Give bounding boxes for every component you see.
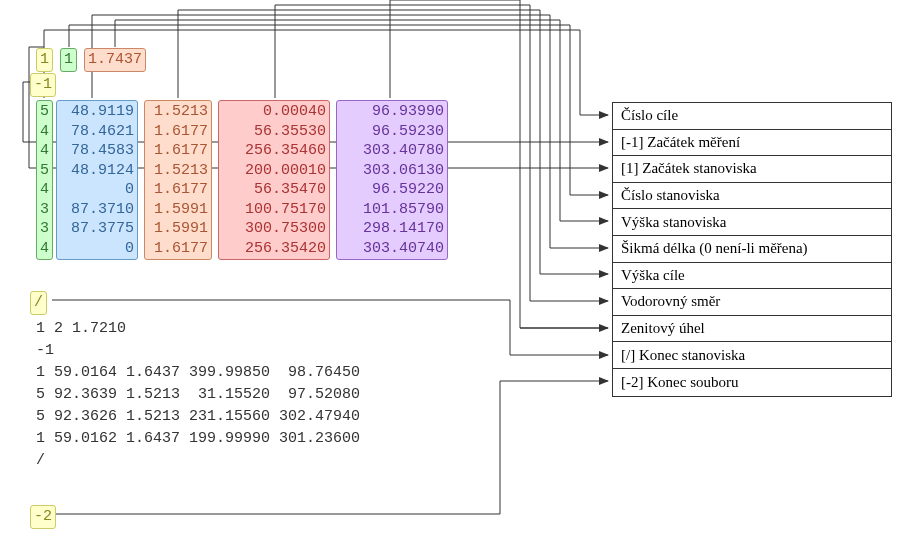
legend-row: Šikmá délka (0 není-li měřena) (613, 236, 891, 263)
plain-data-block: 1 2 1.7210 -1 1 59.0164 1.6437 399.99850… (36, 318, 360, 472)
legend-row: Vodorovný směr (613, 289, 891, 316)
legend-row: Výška cíle (613, 263, 891, 290)
token-file-end: -2 (30, 505, 56, 529)
legend-row: [-1] Začátek měření (613, 130, 891, 157)
col-zenith: 96.93990 96.59230 303.40780 303.06130 96… (336, 100, 448, 260)
legend-row: Výška stanoviska (613, 209, 891, 236)
token-station-height: 1.7437 (84, 48, 146, 72)
legend-row: Zenitový úhel (613, 316, 891, 343)
col-slope-dist: 48.9119 78.4621 78.4583 48.9124 0 87.371… (56, 100, 138, 260)
token-start-measure: -1 (30, 73, 56, 97)
legend-table: Číslo cíle [-1] Začátek měření [1] Začát… (612, 102, 892, 397)
legend-row: [-2] Konec souboru (613, 369, 891, 396)
legend-row: [1] Začátek stanoviska (613, 156, 891, 183)
col-target-id: 5 4 4 5 4 3 3 4 (36, 100, 53, 260)
legend-row: Číslo cíle (613, 103, 891, 130)
legend-row: Číslo stanoviska (613, 183, 891, 210)
token-station-start: 1 (36, 48, 53, 72)
col-target-height: 1.5213 1.6177 1.6177 1.5213 1.6177 1.599… (144, 100, 212, 260)
token-station-end: / (30, 291, 47, 315)
legend-row: [/] Konec stanoviska (613, 342, 891, 369)
token-station-num: 1 (60, 48, 77, 72)
col-horiz: 0.00040 56.35530 256.35460 200.00010 56.… (218, 100, 330, 260)
